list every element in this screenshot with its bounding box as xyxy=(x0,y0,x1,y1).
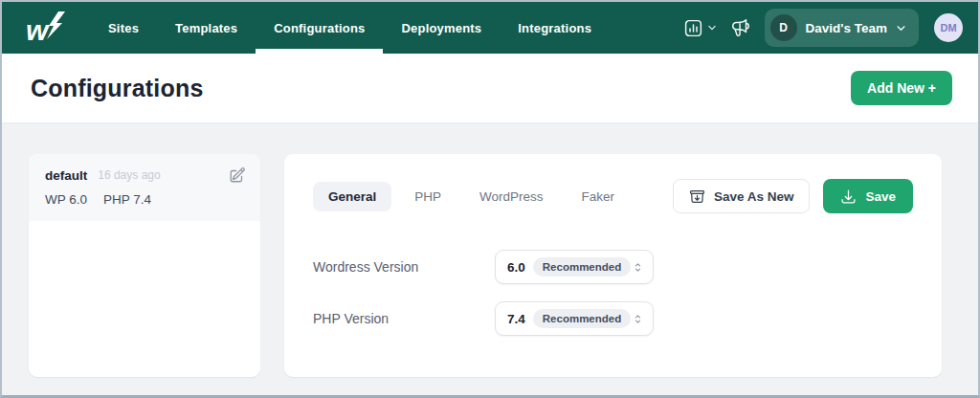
chevron-down-icon xyxy=(896,23,906,33)
edit-icon[interactable] xyxy=(229,166,246,184)
general-settings-form: Wordress Version 6.0 Recommended PHP Ver… xyxy=(313,250,913,336)
nav-item-configurations[interactable]: Configurations xyxy=(256,2,383,54)
php-version-label: PHP Version xyxy=(313,311,495,326)
config-tabs: General PHP WordPress Faker xyxy=(313,182,630,211)
page-title: Configurations xyxy=(31,75,204,102)
add-new-button[interactable]: Add New + xyxy=(851,71,952,105)
w-lightning-logo-icon: w xyxy=(26,11,66,44)
team-avatar: D xyxy=(770,14,797,41)
config-wp-version: WP 6.0 xyxy=(45,192,87,207)
app-window: w Sites Templates Configurations Deploym… xyxy=(0,0,980,398)
top-navbar: w Sites Templates Configurations Deploym… xyxy=(2,2,978,54)
config-name: default xyxy=(45,168,87,183)
config-list-item-default[interactable]: default 16 days ago WP 6.0 PHP 7.4 xyxy=(29,154,260,221)
chevron-up-down-icon xyxy=(632,261,644,274)
chevron-down-icon xyxy=(707,23,717,33)
main-content: default 16 days ago WP 6.0 PHP 7.4 xyxy=(2,123,978,395)
save-download-icon xyxy=(840,188,857,205)
wordpress-version-row: Wordress Version 6.0 Recommended xyxy=(313,250,913,284)
team-switcher[interactable]: D David's Team xyxy=(765,9,920,47)
primary-nav: Sites Templates Configurations Deploymen… xyxy=(90,2,610,54)
user-avatar[interactable]: DM xyxy=(934,13,963,42)
wordpress-version-value: 6.0 xyxy=(507,260,525,275)
nav-item-templates[interactable]: Templates xyxy=(157,2,256,54)
navbar-right-controls: D David's Team DM xyxy=(683,2,979,54)
tab-php[interactable]: PHP xyxy=(399,182,457,211)
save-button[interactable]: Save xyxy=(823,179,913,213)
wordpress-version-label: Wordress Version xyxy=(313,259,495,275)
recommended-badge: Recommended xyxy=(533,257,631,276)
announcements-button[interactable] xyxy=(730,17,751,38)
save-as-new-icon xyxy=(689,188,705,205)
save-as-new-button[interactable]: Save As New xyxy=(673,179,811,213)
tab-faker[interactable]: Faker xyxy=(567,182,631,211)
svg-text:w: w xyxy=(26,14,50,44)
configurations-list: default 16 days ago WP 6.0 PHP 7.4 xyxy=(29,154,260,377)
save-as-new-label: Save As New xyxy=(714,189,794,204)
megaphone-icon xyxy=(730,17,751,38)
chevron-up-down-icon xyxy=(632,313,644,325)
brand-logo[interactable]: w xyxy=(2,2,90,54)
nav-item-sites[interactable]: Sites xyxy=(90,2,157,54)
php-version-value: 7.4 xyxy=(507,312,525,326)
php-version-select[interactable]: 7.4 Recommended xyxy=(495,301,654,336)
save-label: Save xyxy=(865,189,896,204)
configuration-detail-panel: General PHP WordPress Faker xyxy=(284,154,942,377)
recommended-badge: Recommended xyxy=(533,309,631,328)
analytics-menu-button[interactable] xyxy=(683,18,717,38)
bar-chart-icon xyxy=(683,18,703,38)
config-age: 16 days ago xyxy=(98,168,160,182)
tab-wordpress[interactable]: WordPress xyxy=(464,182,559,211)
php-version-row: PHP Version 7.4 Recommended xyxy=(313,301,913,336)
nav-item-integrations[interactable]: Integrations xyxy=(500,2,610,54)
page-header: Configurations Add New + xyxy=(2,54,978,123)
nav-item-deployments[interactable]: Deployments xyxy=(383,2,500,54)
team-name: David's Team xyxy=(806,21,888,35)
config-php-version: PHP 7.4 xyxy=(103,192,151,207)
wordpress-version-select[interactable]: 6.0 Recommended xyxy=(495,250,654,284)
tab-general[interactable]: General xyxy=(313,182,391,211)
